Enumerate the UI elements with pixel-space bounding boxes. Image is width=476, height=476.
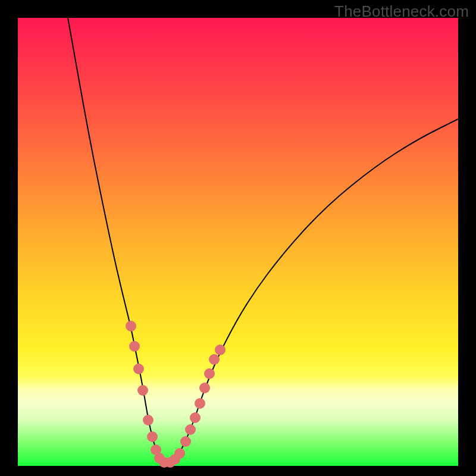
data-dot <box>209 354 220 365</box>
chart-frame: TheBottleneck.com <box>0 0 476 476</box>
data-dot <box>215 345 226 355</box>
data-dot <box>174 448 185 459</box>
data-dot <box>133 364 144 374</box>
bottleneck-curve <box>18 18 458 466</box>
data-dot <box>129 341 140 352</box>
data-dot <box>180 436 191 447</box>
plot-area <box>18 18 458 466</box>
data-dot <box>143 415 154 425</box>
data-dot <box>126 321 136 331</box>
data-dot <box>199 383 210 393</box>
curve-path <box>68 18 458 462</box>
data-dot <box>137 385 148 396</box>
data-dot <box>195 398 205 409</box>
data-dot <box>190 412 201 423</box>
dots-group <box>126 321 226 468</box>
data-dot <box>204 368 215 379</box>
data-dot <box>185 424 196 435</box>
data-dot <box>147 431 158 442</box>
